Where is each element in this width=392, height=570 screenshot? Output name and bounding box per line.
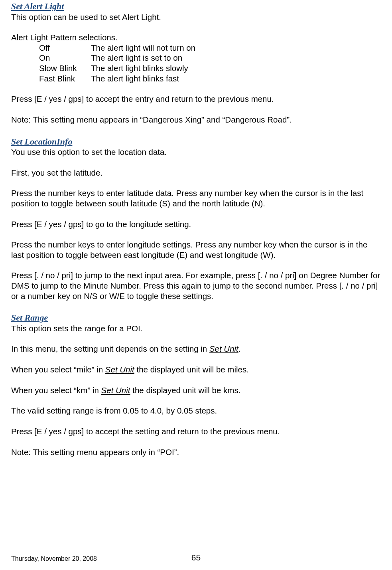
pattern-desc: The alert light is set to on [91, 53, 381, 63]
heading-set-locationinfo: Set LocationInfo [11, 135, 381, 147]
link-set-unit[interactable]: Set Unit [101, 386, 130, 395]
pattern-desc: The alert light blinks slowly [91, 63, 381, 73]
text-fragment: the displayed unit will be miles. [134, 365, 249, 374]
text-fragment: In this menu, the setting unit depends o… [11, 344, 209, 353]
pattern-row: On The alert light is set to on [39, 53, 381, 63]
body-text: Note: This setting menu appears only in … [11, 447, 381, 457]
footer-page-number: 65 [11, 552, 381, 563]
body-text: Press [. / no / pri] to jump to the next… [11, 270, 381, 301]
body-text: Alert Light Pattern selections. [11, 32, 381, 43]
page-footer: Thursday, November 20, 2008 65 [11, 555, 381, 563]
body-text: You use this option to set the location … [11, 147, 381, 157]
text-fragment: . [238, 344, 241, 353]
link-set-unit[interactable]: Set Unit [105, 365, 134, 374]
pattern-row: Slow Blink The alert light blinks slowly [39, 63, 381, 73]
pattern-key: Off [39, 43, 91, 53]
body-text: Press [E / yes / gps] to accept the entr… [11, 94, 381, 104]
pattern-desc: The alert light will not turn on [91, 43, 381, 53]
body-text: When you select “km” in Set Unit the dis… [11, 385, 381, 396]
body-text: This option sets the range for a POI. [11, 323, 381, 334]
text-fragment: When you select “mile” in [11, 365, 105, 374]
document-page: Set Alert Light This option can be used … [0, 0, 392, 570]
text-fragment: the displayed unit will be kms. [130, 386, 241, 395]
body-text: Press [E / yes / gps] to accept the sett… [11, 426, 381, 437]
body-text: When you select “mile” in Set Unit the d… [11, 364, 381, 375]
body-text: Note: This setting menu appears in “Dang… [11, 115, 381, 125]
pattern-row: Off The alert light will not turn on [39, 43, 381, 53]
pattern-key: On [39, 53, 91, 63]
body-text: In this menu, the setting unit depends o… [11, 344, 381, 354]
body-text: This option can be used to set Alert Lig… [11, 12, 381, 22]
pattern-desc: The alert light blinks fast [91, 73, 381, 84]
pattern-key: Slow Blink [39, 63, 91, 73]
heading-set-alert-light: Set Alert Light [11, 0, 381, 12]
pattern-row: Fast Blink The alert light blinks fast [39, 73, 381, 84]
pattern-table: Off The alert light will not turn on On … [11, 43, 381, 84]
body-text: Press the number keys to enter longitude… [11, 239, 381, 260]
text-fragment: When you select “km” in [11, 386, 101, 395]
body-text: First, you set the latitude. [11, 168, 381, 178]
heading-set-range: Set Range [11, 311, 381, 323]
body-text: Press [E / yes / gps] to go to the longi… [11, 219, 381, 230]
link-set-unit[interactable]: Set Unit [209, 344, 238, 353]
body-text: The valid setting range is from 0.05 to … [11, 406, 381, 416]
body-text: Press the number keys to enter latitude … [11, 188, 381, 208]
pattern-key: Fast Blink [39, 73, 91, 84]
